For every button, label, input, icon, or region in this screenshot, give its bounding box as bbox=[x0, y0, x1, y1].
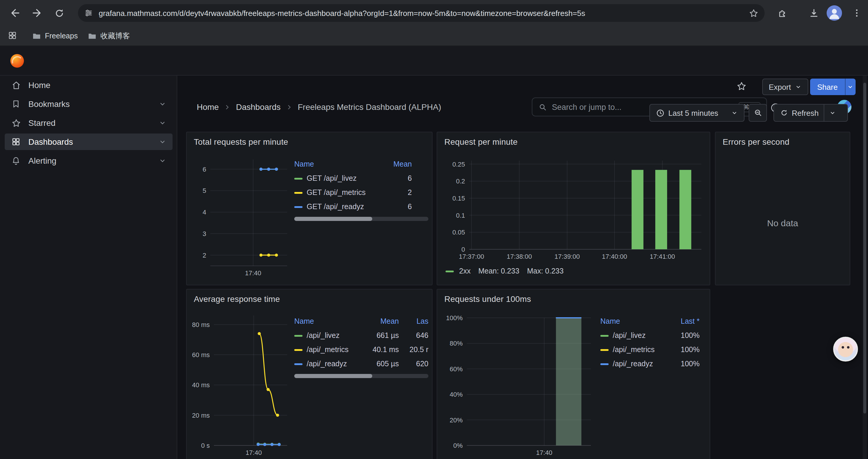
series-last: 100% bbox=[665, 360, 703, 368]
svg-text:20 ms: 20 ms bbox=[192, 412, 210, 419]
series-last: 100% bbox=[665, 346, 703, 354]
panel-title[interactable]: Errors per second bbox=[723, 137, 789, 146]
sidebar-item-starred[interactable]: Starred bbox=[5, 114, 173, 131]
series-name[interactable]: /api/_livez bbox=[613, 331, 646, 340]
breadcrumb-home[interactable]: Home bbox=[197, 102, 219, 112]
browser-profile-avatar[interactable] bbox=[827, 5, 842, 21]
panel-title[interactable]: Average response time bbox=[194, 294, 280, 304]
table-row[interactable]: /api/_metrics 40.1 ms 20.5 r bbox=[294, 342, 428, 357]
refresh-button[interactable]: Refresh bbox=[773, 104, 848, 122]
table-row[interactable]: /api/_livez 661 µs 646 bbox=[294, 328, 428, 342]
table-row[interactable]: GET /api/_readyz 6 bbox=[294, 200, 428, 214]
svg-text:80%: 80% bbox=[450, 340, 463, 347]
panel-title[interactable]: Requests under 100ms bbox=[444, 294, 531, 304]
chevron-down-icon[interactable] bbox=[158, 119, 167, 127]
column-header-name[interactable]: Name bbox=[294, 317, 362, 326]
bookmark-folder-blog[interactable]: 收藏博客 bbox=[88, 30, 130, 42]
chevron-down-icon[interactable] bbox=[158, 138, 167, 146]
chevron-down-icon[interactable] bbox=[158, 100, 167, 108]
table-row[interactable]: /api/_livez 100% bbox=[600, 328, 703, 342]
column-header-name[interactable]: Name bbox=[294, 160, 379, 168]
svg-text:0.2: 0.2 bbox=[456, 177, 465, 185]
page-scrollbar[interactable] bbox=[863, 76, 867, 459]
column-header-name[interactable]: Name bbox=[600, 317, 665, 326]
share-label[interactable]: Share bbox=[810, 78, 845, 95]
total-requests-chart[interactable]: 6543217:40 bbox=[189, 153, 289, 281]
browser-forward-button[interactable] bbox=[28, 5, 45, 21]
favorite-star-icon[interactable] bbox=[733, 78, 750, 95]
column-header-last[interactable]: Las bbox=[399, 317, 428, 326]
chevron-down-icon bbox=[829, 109, 836, 117]
site-info-icon[interactable] bbox=[84, 8, 93, 18]
series-name[interactable]: /api/_metrics bbox=[613, 346, 655, 354]
chart-legend: 2xx Mean: 0.233 Max: 0.233 bbox=[445, 267, 564, 275]
sidebar-item-label: Starred bbox=[28, 118, 56, 128]
panel-title[interactable]: Total requests per minute bbox=[194, 137, 288, 146]
table-header-row: Name Mean Las bbox=[294, 314, 428, 328]
request-per-minute-chart[interactable]: 0.250.20.150.10.05017:37:0017:38:0017:39… bbox=[440, 153, 707, 266]
column-header-mean[interactable]: Mean bbox=[362, 317, 399, 326]
legend-mean: Mean: 0.233 bbox=[478, 267, 519, 275]
series-name[interactable]: GET /api/_metrics bbox=[307, 189, 366, 197]
grafana-logo[interactable] bbox=[9, 53, 25, 68]
bookmark-folder-freeleaps[interactable]: Freeleaps bbox=[32, 30, 78, 42]
share-dropdown-chevron-icon[interactable] bbox=[845, 78, 855, 95]
sidebar-item-label: Bookmarks bbox=[28, 99, 70, 109]
table-row[interactable]: /api/_readyz 605 µs 620 bbox=[294, 357, 428, 371]
time-range-picker[interactable]: Last 5 minutes bbox=[649, 104, 745, 122]
search-icon bbox=[538, 102, 547, 111]
table-scrollbar[interactable] bbox=[294, 374, 428, 378]
series-color-dash bbox=[294, 177, 303, 179]
column-header-mean[interactable]: Mean bbox=[379, 160, 428, 168]
legend-series-name[interactable]: 2xx bbox=[459, 267, 471, 275]
panel-title[interactable]: Request per minute bbox=[444, 137, 518, 146]
screen: grafana.mathmast.com/d/deytv4rwavabkb/fr… bbox=[0, 0, 868, 459]
sidebar-item-alerting[interactable]: Alerting bbox=[5, 153, 173, 169]
series-last: 620 bbox=[399, 360, 428, 368]
table-scrollbar-thumb[interactable] bbox=[294, 374, 372, 378]
bookmark-label[interactable]: Freeleaps bbox=[45, 32, 78, 40]
sidebar-item-dashboards[interactable]: Dashboards bbox=[5, 133, 173, 150]
apps-grid-icon[interactable] bbox=[5, 28, 20, 43]
sidebar-item-home[interactable]: Home bbox=[5, 77, 173, 93]
table-row[interactable]: /api/_metrics 100% bbox=[600, 342, 703, 357]
download-icon[interactable] bbox=[805, 5, 822, 21]
url-text[interactable]: grafana.mathmast.com/d/deytv4rwavabkb/fr… bbox=[99, 8, 744, 18]
series-name[interactable]: /api/_readyz bbox=[307, 360, 347, 368]
series-name[interactable]: /api/_livez bbox=[307, 331, 339, 340]
table-scrollbar-thumb[interactable] bbox=[294, 217, 372, 221]
browser-reload-button[interactable] bbox=[51, 5, 67, 21]
url-bar[interactable]: grafana.mathmast.com/d/deytv4rwavabkb/fr… bbox=[78, 4, 765, 22]
series-color-dash bbox=[294, 206, 303, 208]
sidebar-item-bookmarks[interactable]: Bookmarks bbox=[5, 96, 173, 112]
series-mean: 2 bbox=[379, 189, 428, 197]
table-scrollbar[interactable] bbox=[294, 217, 428, 221]
browser-back-button[interactable] bbox=[7, 5, 24, 21]
avg-response-chart[interactable]: 80 ms60 ms40 ms20 ms0 s17:40 bbox=[189, 309, 289, 457]
bookmark-label[interactable]: 收藏博客 bbox=[100, 31, 130, 41]
svg-text:17:40: 17:40 bbox=[246, 449, 262, 456]
extensions-icon[interactable] bbox=[774, 5, 790, 21]
column-header-last[interactable]: Last * bbox=[665, 317, 703, 326]
series-name[interactable]: GET /api/_livez bbox=[307, 174, 356, 183]
table-row[interactable]: GET /api/_livez 6 bbox=[294, 171, 428, 186]
zoom-out-icon bbox=[753, 108, 763, 118]
zoom-out-button[interactable] bbox=[749, 104, 767, 122]
chevron-down-icon[interactable] bbox=[158, 157, 167, 165]
series-name[interactable]: GET /api/_readyz bbox=[307, 203, 364, 211]
breadcrumb-dashboards[interactable]: Dashboards bbox=[236, 102, 281, 112]
table-row[interactable]: /api/_readyz 100% bbox=[600, 357, 703, 371]
bookmark-star-icon[interactable] bbox=[749, 8, 759, 18]
svg-text:3: 3 bbox=[203, 230, 206, 237]
export-button[interactable]: Export bbox=[762, 78, 808, 95]
floating-avatar[interactable] bbox=[833, 337, 858, 362]
refresh-label: Refresh bbox=[792, 108, 819, 117]
share-button[interactable]: Share bbox=[810, 78, 855, 95]
series-name[interactable]: /api/_metrics bbox=[307, 346, 349, 354]
table-row[interactable]: GET /api/_metrics 2 bbox=[294, 186, 428, 200]
series-name[interactable]: /api/_readyz bbox=[613, 360, 653, 368]
svg-text:80 ms: 80 ms bbox=[192, 321, 210, 328]
browser-menu-kebab-icon[interactable] bbox=[848, 5, 865, 21]
page-scrollbar-thumb[interactable] bbox=[863, 83, 866, 414]
under-100ms-chart[interactable]: 100%80%60%40%20%0%17:40 bbox=[440, 309, 594, 457]
